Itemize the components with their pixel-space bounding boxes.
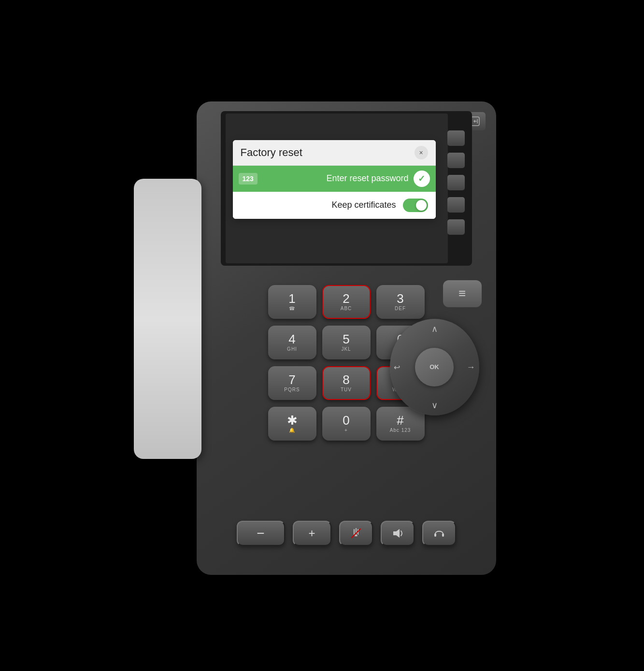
nav-cluster: ≡ ∧ ∨ ↩ → OK xyxy=(390,280,482,415)
nav-right-arrow[interactable]: → xyxy=(467,362,475,372)
mute-button[interactable] xyxy=(339,521,373,546)
factory-reset-dialog: Factory reset × 123 Enter reset password… xyxy=(233,140,436,219)
side-button-2[interactable] xyxy=(447,153,465,168)
dialog-close-button[interactable]: × xyxy=(415,146,428,159)
nav-ring: ∧ ∨ ↩ → OK xyxy=(390,319,479,415)
screen-area: Factory reset × 123 Enter reset password… xyxy=(221,111,472,266)
svg-rect-3 xyxy=(434,533,436,537)
dialog-title: Factory reset xyxy=(241,146,302,159)
svg-rect-4 xyxy=(442,533,444,537)
key-0[interactable]: 0 + xyxy=(322,407,371,441)
screen-display: Factory reset × 123 Enter reset password… xyxy=(226,114,448,263)
key-star[interactable]: ✱ 🔔 xyxy=(268,407,316,441)
side-button-3[interactable] xyxy=(447,175,465,190)
minus-icon: − xyxy=(257,526,264,541)
side-button-1[interactable] xyxy=(447,130,465,146)
speaker-button[interactable] xyxy=(381,521,415,546)
key-5[interactable]: 5 JKL xyxy=(322,326,371,359)
handset xyxy=(134,179,201,459)
plus-icon: + xyxy=(308,527,315,540)
nav-ok-button[interactable]: OK xyxy=(415,348,454,386)
key-1[interactable]: 1 ☎ xyxy=(268,285,316,319)
menu-button[interactable]: ≡ xyxy=(443,280,482,307)
key-4[interactable]: 4 GHI xyxy=(268,326,316,359)
dialog-title-bar: Factory reset × xyxy=(233,140,436,166)
headset-button[interactable] xyxy=(422,521,456,546)
password-confirm-button[interactable]: ✓ xyxy=(414,171,430,187)
phone-container: Factory reset × 123 Enter reset password… xyxy=(134,82,511,589)
menu-icon: ≡ xyxy=(458,286,466,301)
password-label: 123 xyxy=(239,173,258,185)
mute-icon xyxy=(350,527,362,540)
volume-down-button[interactable]: − xyxy=(237,521,285,546)
headset-icon xyxy=(433,527,445,540)
side-buttons-right xyxy=(447,130,465,235)
speaker-icon xyxy=(391,527,404,540)
volume-up-button[interactable]: + xyxy=(293,521,331,546)
side-button-4[interactable] xyxy=(447,197,465,213)
key-2[interactable]: 2 ABC xyxy=(322,285,371,319)
keep-certificates-toggle[interactable] xyxy=(403,199,428,212)
key-7[interactable]: 7 PQRS xyxy=(268,366,316,400)
password-placeholder: Enter reset password xyxy=(262,173,409,184)
key-8[interactable]: 8 TUV xyxy=(322,366,371,400)
bottom-buttons-row: − + xyxy=(221,521,472,546)
phone-body: Factory reset × 123 Enter reset password… xyxy=(197,101,496,575)
nav-up-arrow[interactable]: ∧ xyxy=(431,324,438,334)
certificates-label: Keep certificates xyxy=(331,200,396,210)
svg-marker-2 xyxy=(393,529,400,538)
nav-down-arrow[interactable]: ∨ xyxy=(431,400,438,411)
nav-back-arrow[interactable]: ↩ xyxy=(394,362,400,371)
certificates-row: Keep certificates xyxy=(233,192,436,219)
password-row[interactable]: 123 Enter reset password ✓ xyxy=(233,166,436,192)
side-button-5[interactable] xyxy=(447,219,465,235)
